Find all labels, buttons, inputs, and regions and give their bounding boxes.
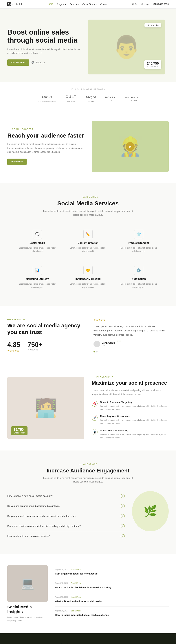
blog-date-2: August 10, 2023 (55, 596, 68, 598)
logo-icon (7, 2, 11, 6)
advertising-title: Social Media Advertising (100, 429, 169, 432)
booster-tag: SOCIAL BOOSTER (7, 128, 84, 130)
advertising-icon: 📱 (92, 429, 98, 435)
faq-item-3[interactable]: Does your services cover social media br… (7, 521, 125, 531)
likes-badge: 14k New Likes (144, 23, 161, 28)
insights-right: August 10, 2023 Social Media Gain organi… (55, 565, 169, 620)
blog-date-1: August 10, 2023 (55, 582, 68, 584)
faq-visual (132, 491, 169, 531)
reach-desc: Lorem ipsum dolor sit amet, consectetur … (100, 418, 169, 425)
blog-title-3[interactable]: How to focus in targeted social media au… (55, 613, 169, 617)
presence-tag: ENGAGEMENT (92, 376, 169, 378)
targeting-desc: Lorem ipsum dolor sit amet, consectetur … (100, 404, 169, 411)
nav-pages[interactable]: Pages ▾ (57, 3, 66, 6)
hero-description: Lorem ipsum dolor sit amet, consectetur … (7, 48, 81, 55)
targeting-title: Specific Audience Targeting (100, 401, 169, 404)
service-desc-4: Lorem ipsum dolor sit amet, conse ctetur… (69, 282, 107, 289)
faq-toggle-1[interactable]: + (121, 504, 125, 508)
service-influencer: 🤝 Influencer Marketing Lorem ipsum dolor… (65, 262, 111, 293)
insights-section: Social Media Insights Lorem ipsum dolor … (0, 554, 176, 634)
targeting-text: Specific Audience Targeting Lorem ipsum … (100, 401, 169, 411)
rating-stars: ★★★★★ (7, 349, 20, 352)
blog-title-0[interactable]: Gain organic follower for new account (55, 572, 169, 576)
feature-reach: 🚀 Reaching New Customers Lorem ipsum dol… (92, 415, 169, 425)
blog-title-2[interactable]: What is Brand activation for social medi… (55, 600, 169, 603)
expertise-left: EXPERTISE We are social media agency you… (7, 318, 82, 352)
insights-left: Social Media Insights Lorem ipsum dolor … (7, 565, 48, 622)
partners-logos: AUDIOlabel Sound since 2000 CULTSTUDIOS … (7, 95, 169, 103)
faq-section: QUESTIONS Increase Audience Engagement L… (0, 450, 176, 554)
hero-text: Boost online sales through social media … (7, 28, 81, 66)
reach-num: 245,750 (147, 62, 159, 66)
engagement-badge: 15,750 Engagement (11, 426, 28, 435)
social-media-icon: 💬 (33, 230, 42, 239)
blog-title-1[interactable]: Watch the battle: Social media vs email … (55, 586, 169, 589)
review-stars: ★★★★★ (94, 318, 169, 321)
faq-toggle-0[interactable]: + (121, 494, 125, 498)
product-branding-icon: 👕 (134, 230, 143, 239)
rating-num: 4.85 (7, 341, 20, 348)
presence-image-box: 15,750 Engagement (7, 377, 84, 439)
faq-item-4[interactable]: How to talk with your customer services?… (7, 531, 125, 542)
blog-date-3: August 10, 2023 (55, 610, 68, 612)
partners-label: JOIN OUR GLOBAL NETWORK (7, 88, 169, 90)
service-title-5: Automation (120, 278, 158, 280)
projects-label: PROJECTS (28, 348, 42, 351)
partner-tacobell: TACOBELLsupermarket (125, 96, 139, 102)
cta-section: Let's start. Get custom solutions to you… (0, 634, 176, 644)
blog-item-2: August 10, 2023 Social Media What is Bra… (55, 593, 169, 607)
dot-2[interactable] (96, 351, 98, 352)
content-creation-icon: ✏️ (83, 230, 93, 239)
marketing-strategy-icon: 📊 (33, 266, 42, 275)
nav-case-studies[interactable]: Case Studies (82, 3, 97, 6)
service-desc-1: Lorem ipsum dolor sit amet, conse ctetur… (69, 246, 107, 253)
nav-home[interactable]: Home (47, 2, 53, 6)
message-icon: ✉ (132, 3, 134, 6)
presence-heading: Maximize your social presence (92, 380, 169, 386)
dot-1[interactable] (94, 351, 95, 352)
nav-links: Home Pages ▾ Services Case Studies Conta… (47, 2, 108, 6)
service-title-3: Marketing Strategy (18, 278, 56, 280)
faq-item-2[interactable]: Do you guarantee your social media servi… (7, 511, 125, 521)
services-button[interactable]: Our Services (7, 60, 29, 66)
booster-read-more-btn[interactable]: Read More (7, 158, 27, 165)
cta-heading: Let's start. Get custom solutions to you… (7, 642, 92, 644)
reviewer-avatar (94, 341, 100, 347)
service-product-branding: 👕 Product Branding Lorem ipsum dolor sit… (116, 226, 161, 256)
booster-image (92, 121, 169, 172)
engagement-label: Engagement (14, 432, 25, 434)
booster-image-box (92, 121, 169, 172)
faq-item-1[interactable]: Do you use organic or paid social media … (7, 501, 125, 511)
nav-phone[interactable]: +123 3456 7890 (153, 3, 169, 6)
play-button[interactable] (126, 142, 135, 151)
faq-question-1: Do you use organic or paid social media … (7, 505, 60, 507)
faq-list: How to boost a new social media account?… (7, 491, 125, 542)
feature-advertising: 📱 Social Media Advertising Lorem ipsum d… (92, 429, 169, 440)
faq-toggle-2[interactable]: + (121, 514, 125, 518)
blog-date-0: August 10, 2023 (55, 568, 68, 570)
hero-buttons: Our Services 💬 Talk to Us (7, 60, 81, 66)
feature-list: 🎯 Specific Audience Targeting Lorem ipsu… (92, 401, 169, 440)
faq-question-3: Does your services cover social media br… (7, 525, 81, 528)
service-desc-5: Lorem ipsum dolor sit amet, conse ctetur… (120, 282, 158, 289)
projects-num: 750+ (28, 341, 42, 348)
faq-question-2: Do you guarantee your social media servi… (7, 515, 76, 518)
nav-contact[interactable]: Contact (100, 3, 109, 6)
social-booster-section: SOCIAL BOOSTER Reach your audience faste… (0, 110, 176, 183)
faq-description: Lorem ipsum dolor sit amet, consectetur … (42, 476, 134, 484)
talk-button[interactable]: 💬 Talk to Us (32, 61, 45, 64)
expertise-right: ★★★★★ Lorem ipsum dolor sit amet, consec… (94, 318, 169, 352)
likes-label: New Likes (151, 24, 159, 26)
presence-text: ENGAGEMENT Maximize your social presence… (92, 376, 169, 440)
blog-category-2: Social Media (71, 596, 81, 598)
carousel-dots (94, 351, 169, 352)
faq-item-0[interactable]: How to boost a new social media account?… (7, 491, 125, 501)
faq-toggle-3[interactable]: + (121, 524, 125, 528)
faq-toggle-4[interactable]: + (121, 534, 125, 538)
nav-services[interactable]: Services (70, 3, 79, 6)
blog-meta-2: August 10, 2023 Social Media (55, 596, 169, 598)
services-tag: CATEGORIES (7, 196, 169, 198)
nav-logo[interactable]: SOZIEL (7, 2, 23, 6)
send-message-btn[interactable]: ✉ Send Message (132, 3, 150, 6)
reviewer: John Camp CEO " (94, 341, 169, 347)
